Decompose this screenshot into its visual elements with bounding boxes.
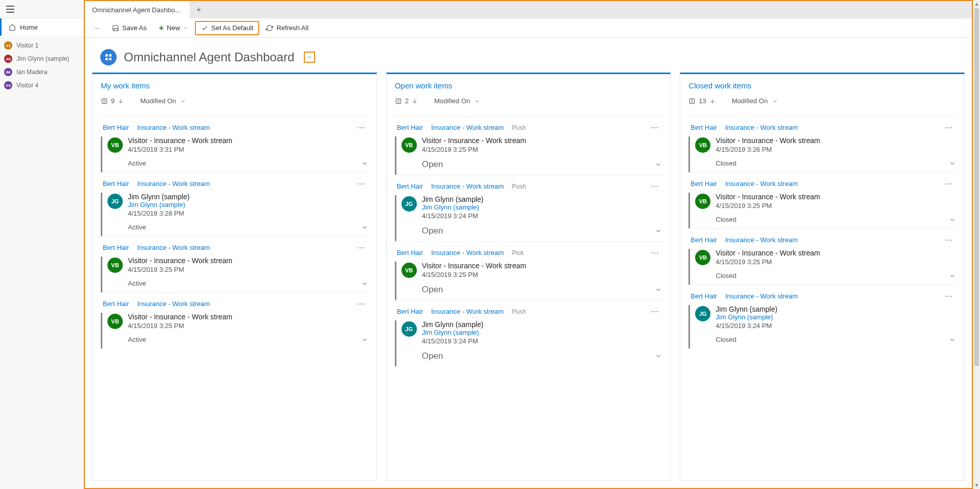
card-expand-button[interactable]	[949, 272, 956, 280]
card-more-button[interactable]: ⋯	[945, 179, 956, 189]
work-item-card: Bert Hair Insurance - Work stream ⋯ VB V…	[99, 236, 370, 292]
card-more-button[interactable]: ⋯	[357, 123, 368, 132]
card-owner-link[interactable]: Bert Hair	[691, 236, 717, 244]
arrow-down-icon	[412, 98, 418, 104]
card-more-button[interactable]: ⋯	[357, 243, 368, 252]
sidebar-item-label: Ian Madera	[16, 68, 48, 76]
sidebar-item-1[interactable]: JGJim Glynn (sample)	[0, 52, 83, 65]
scroll-thumb[interactable]	[974, 8, 979, 366]
card-more-button[interactable]: ⋯	[651, 123, 662, 132]
sidebar-home[interactable]: Home	[0, 18, 83, 36]
work-item-card: Bert Hair Insurance - Work stream Push ⋯…	[393, 300, 664, 366]
card-expand-button[interactable]	[655, 227, 662, 235]
sidebar-item-0[interactable]: V1Visitor 1	[0, 39, 83, 52]
card-status: Open	[422, 285, 443, 295]
card-expand-button[interactable]	[949, 336, 956, 343]
card-stream-link[interactable]: Insurance - Work stream	[725, 180, 798, 188]
card-expand-button[interactable]	[949, 216, 956, 223]
card-title: Visitor - Insurance - Work stream	[422, 136, 662, 145]
card-stream-link[interactable]: Insurance - Work stream	[137, 300, 210, 308]
card-owner-link[interactable]: Bert Hair	[691, 180, 717, 188]
column-sort-button[interactable]: Modified On	[140, 97, 186, 105]
card-owner-link[interactable]: Bert Hair	[397, 124, 423, 131]
column-open: Open work items 2 Modified On Bert Hair …	[386, 73, 671, 481]
hamburger-menu-icon[interactable]	[6, 6, 14, 13]
card-expand-button[interactable]	[655, 286, 662, 293]
card-title: Visitor - Insurance - Work stream	[422, 262, 662, 270]
save-as-label: Save As	[122, 24, 147, 32]
card-owner-link[interactable]: Bert Hair	[397, 182, 423, 190]
sidebar-item-label: Jim Glynn (sample)	[16, 55, 69, 62]
card-more-button[interactable]: ⋯	[945, 235, 956, 245]
card-more-button[interactable]: ⋯	[651, 248, 662, 258]
card-stream-link[interactable]: Insurance - Work stream	[725, 236, 798, 244]
card-owner-link[interactable]: Bert Hair	[103, 244, 129, 251]
new-button[interactable]: + New	[153, 21, 194, 35]
svg-rect-0	[105, 54, 108, 57]
sidebar-item-label: Visitor 1	[16, 42, 38, 49]
card-status: Open	[422, 226, 443, 236]
avatar-icon: V1	[4, 41, 12, 50]
card-date: 4/15/2019 3:26 PM	[716, 146, 956, 153]
work-item-card: Bert Hair Insurance - Work stream ⋯ VB V…	[686, 116, 958, 172]
card-expand-button[interactable]	[949, 160, 956, 167]
card-owner-link[interactable]: Bert Hair	[691, 124, 717, 131]
card-expand-button[interactable]	[655, 161, 662, 168]
title-dropdown[interactable]	[304, 52, 315, 63]
card-sublink[interactable]: Jim Glynn (sample)	[128, 201, 368, 208]
card-more-button[interactable]: ⋯	[945, 291, 956, 301]
card-stream-link[interactable]: Insurance - Work stream	[725, 292, 798, 300]
card-more-button[interactable]: ⋯	[651, 181, 662, 191]
column-sort-button[interactable]: Modified On	[732, 97, 778, 105]
card-expand-button[interactable]	[361, 336, 368, 343]
tab-add-button[interactable]: +	[190, 1, 208, 18]
card-more-button[interactable]: ⋯	[357, 299, 368, 309]
card-stream-link[interactable]: Insurance - Work stream	[431, 124, 504, 131]
card-expand-button[interactable]	[361, 224, 368, 231]
work-item-card: Bert Hair Insurance - Work stream ⋯ VB V…	[99, 116, 370, 172]
refresh-all-button[interactable]: Refresh All	[260, 21, 314, 35]
card-more-button[interactable]: ⋯	[945, 123, 956, 132]
card-expand-button[interactable]	[655, 353, 662, 360]
card-date: 4/15/2019 3:31 PM	[128, 146, 368, 153]
card-stream-link[interactable]: Insurance - Work stream	[725, 124, 798, 131]
card-title: Visitor - Insurance - Work stream	[128, 257, 368, 265]
save-as-button[interactable]: Save As	[106, 21, 152, 35]
card-owner-link[interactable]: Bert Hair	[103, 300, 129, 308]
card-avatar-icon: JG	[402, 321, 417, 337]
card-more-button[interactable]: ⋯	[357, 179, 368, 189]
tab-dashboard[interactable]: Omnichannel Agent Dashbo...	[85, 1, 190, 18]
card-status: Closed	[716, 216, 736, 223]
card-owner-link[interactable]: Bert Hair	[103, 124, 129, 131]
card-stream-link[interactable]: Insurance - Work stream	[137, 124, 210, 131]
card-indicator	[688, 249, 690, 285]
card-sublink[interactable]: Jim Glynn (sample)	[422, 329, 662, 336]
scroll-up-icon[interactable]: ▲	[973, 1, 980, 7]
sidebar-item-3[interactable]: V4Visitor 4	[0, 79, 83, 92]
list-icon	[101, 98, 108, 105]
card-indicator	[688, 193, 690, 228]
chevron-down-icon	[180, 98, 186, 104]
column-sort-button[interactable]: Modified On	[434, 97, 480, 105]
set-default-button[interactable]: Set As Default	[195, 21, 259, 35]
card-more-button[interactable]: ⋯	[651, 307, 662, 316]
card-sublink[interactable]: Jim Glynn (sample)	[422, 203, 662, 211]
sidebar-item-2[interactable]: IMIan Madera	[0, 65, 83, 79]
card-owner-link[interactable]: Bert Hair	[103, 180, 129, 188]
card-expand-button[interactable]	[361, 160, 368, 167]
card-stream-link[interactable]: Insurance - Work stream	[431, 182, 504, 190]
scroll-down-icon[interactable]: ▼	[973, 482, 980, 488]
card-stream-link[interactable]: Insurance - Work stream	[431, 249, 504, 257]
card-owner-link[interactable]: Bert Hair	[397, 308, 423, 315]
card-indicator	[395, 320, 396, 366]
card-expand-button[interactable]	[361, 280, 368, 287]
back-button[interactable]: ←	[90, 21, 105, 35]
vertical-scrollbar[interactable]: ▲ ▼	[973, 0, 980, 489]
card-owner-link[interactable]: Bert Hair	[397, 249, 423, 257]
column-sort-label: Modified On	[732, 97, 768, 105]
card-sublink[interactable]: Jim Glynn (sample)	[716, 313, 956, 321]
card-stream-link[interactable]: Insurance - Work stream	[137, 244, 210, 251]
card-stream-link[interactable]: Insurance - Work stream	[137, 180, 210, 188]
card-stream-link[interactable]: Insurance - Work stream	[431, 308, 504, 315]
card-owner-link[interactable]: Bert Hair	[691, 292, 717, 300]
